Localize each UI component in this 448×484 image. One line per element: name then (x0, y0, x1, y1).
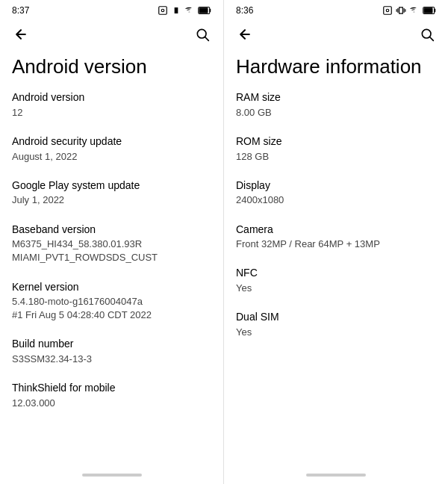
left-info-item: ThinkShield for mobile12.03.000 (12, 381, 211, 410)
left-page-title: Android version (0, 49, 223, 90)
left-info-label: Android security update (12, 134, 211, 149)
left-info-label: ThinkShield for mobile (12, 381, 211, 396)
right-info-label: NFC (236, 266, 436, 281)
left-info-value: S3SSM32.34-13-3 (12, 353, 211, 366)
right-content: RAM size8.00 GBROM size128 GBDisplay2400… (224, 90, 448, 468)
right-battery-icon (423, 6, 436, 15)
right-status-icons (382, 5, 436, 16)
svg-rect-7 (384, 7, 392, 15)
right-info-label: ROM size (236, 134, 436, 149)
left-info-value: August 1, 2022 (12, 150, 211, 164)
left-status-bar: 8:37 (0, 0, 223, 19)
vibrate-icon (171, 5, 181, 16)
right-back-button[interactable] (233, 22, 257, 46)
right-status-bar: 8:36 (224, 0, 448, 19)
left-info-value: 12 (12, 106, 211, 120)
left-info-item: Kernel version5.4.180-moto-g16176004047a… (12, 280, 211, 323)
right-bottom-bar (224, 468, 448, 484)
right-info-item: RAM size8.00 GB (236, 90, 436, 120)
right-search-button[interactable] (415, 22, 439, 46)
left-info-value: July 1, 2022 (12, 193, 211, 207)
svg-point-1 (161, 9, 164, 12)
right-info-label: Dual SIM (236, 310, 436, 325)
left-bottom-bar (0, 468, 223, 484)
right-info-value: Yes (236, 282, 436, 295)
left-back-button[interactable] (9, 22, 33, 46)
left-info-item: Baseband versionM6375_HI434_58.380.01.93… (12, 223, 211, 265)
right-info-value: Yes (236, 326, 436, 339)
right-home-indicator[interactable] (306, 474, 366, 477)
left-home-indicator[interactable] (82, 474, 142, 477)
right-wifi-icon (409, 5, 420, 16)
left-info-label: Baseband version (12, 223, 211, 238)
svg-rect-3 (210, 9, 211, 13)
left-info-value: 12.03.000 (12, 397, 211, 410)
right-info-label: Camera (236, 223, 436, 238)
right-nav-bar (224, 19, 448, 49)
left-info-item: Android security updateAugust 1, 2022 (12, 134, 211, 164)
svg-point-8 (386, 9, 389, 12)
right-info-value: 2400x1080 (236, 193, 436, 207)
right-panel: 8:36 Hardware information RAM size8.00 G… (224, 0, 448, 484)
right-info-value: Front 32MP / Rear 64MP + 13MP (236, 238, 436, 251)
right-info-item: NFCYes (236, 266, 436, 295)
svg-line-13 (430, 37, 434, 41)
right-vibrate-icon (396, 5, 406, 16)
svg-rect-11 (424, 7, 433, 13)
right-info-label: Display (236, 179, 436, 193)
right-info-value: 8.00 GB (236, 106, 436, 120)
svg-rect-10 (435, 9, 436, 13)
battery-icon (198, 6, 211, 15)
left-info-label: Build number (12, 337, 211, 352)
svg-rect-0 (159, 7, 167, 15)
left-info-item: Build numberS3SSM32.34-13-3 (12, 337, 211, 366)
left-search-button[interactable] (190, 22, 214, 46)
left-info-label: Google Play system update (12, 179, 211, 193)
left-info-item: Google Play system updateJuly 1, 2022 (12, 179, 211, 208)
right-info-item: CameraFront 32MP / Rear 64MP + 13MP (236, 223, 436, 252)
left-content: Android version12Android security update… (0, 90, 223, 468)
right-info-item: Display2400x1080 (236, 179, 436, 208)
left-panel: 8:37 Android version Android version12An… (0, 0, 224, 484)
right-screenshot-icon (382, 5, 393, 16)
left-info-item: Android version12 (12, 90, 211, 120)
left-info-label: Android version (12, 90, 211, 105)
right-info-label: RAM size (236, 90, 436, 105)
screenshot-icon (158, 5, 168, 16)
left-status-icons (158, 5, 211, 16)
svg-rect-4 (199, 7, 208, 13)
left-info-value: 5.4.180-moto-g16176004047a #1 Fri Aug 5 … (12, 295, 211, 322)
wifi-icon (184, 5, 195, 16)
left-time: 8:37 (12, 5, 29, 16)
left-info-label: Kernel version (12, 280, 211, 295)
left-nav-bar (0, 19, 223, 49)
right-info-item: Dual SIMYes (236, 310, 436, 339)
right-page-title: Hardware information (224, 49, 448, 90)
right-time: 8:36 (236, 5, 253, 16)
left-info-value: M6375_HI434_58.380.01.93R MIAMI_PVT1_ROW… (12, 238, 211, 264)
right-info-item: ROM size128 GB (236, 134, 436, 164)
right-info-value: 128 GB (236, 150, 436, 164)
svg-line-6 (205, 37, 209, 41)
